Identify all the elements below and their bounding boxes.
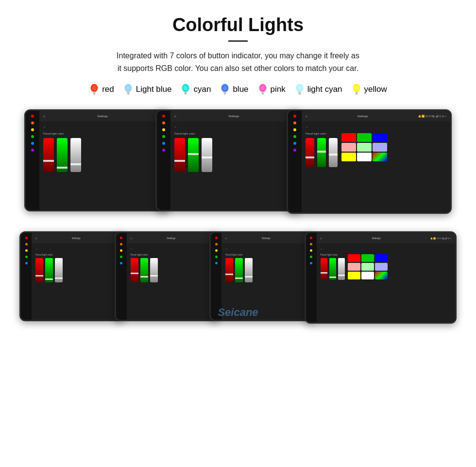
green-slider-4[interactable]: [45, 258, 53, 282]
sidebar-icon: [162, 135, 165, 138]
svg-rect-11: [185, 94, 187, 95]
color-item-red: red: [89, 83, 114, 96]
home-icon: ⌂: [174, 115, 176, 118]
color-label-pink: pink: [271, 85, 286, 94]
screen-topbar-7: ⌂ Settings 🔔 📶 20:24 📷 🔊 ⊡ ↩: [317, 233, 455, 243]
svg-point-21: [297, 86, 302, 90]
color-item-cyan: cyan: [180, 83, 211, 96]
red-slider-7[interactable]: [321, 258, 327, 280]
white-slider-4[interactable]: [55, 258, 63, 282]
screen-2: ⌂ Settings ✦ ✧ ← Panel light color: [155, 109, 301, 211]
p7-pink[interactable]: [348, 263, 360, 271]
red-slider-4[interactable]: [35, 258, 43, 282]
palette-pink[interactable]: [341, 143, 356, 152]
svg-rect-22: [298, 92, 301, 94]
sidebar-icon: [215, 256, 218, 258]
white-slider[interactable]: [70, 138, 81, 172]
sidebar-icon: [310, 237, 312, 239]
sidebar-icon: [162, 149, 165, 152]
color-label-lightcyan: light cyan: [307, 85, 342, 94]
sidebar-icon: [120, 243, 122, 245]
svg-rect-18: [261, 92, 264, 94]
p7-yellow[interactable]: [348, 272, 360, 279]
red-slider-2[interactable]: [174, 138, 185, 172]
sidebar-icon: [293, 142, 296, 145]
home-icon-5: ⌂: [131, 237, 132, 240]
palette-white[interactable]: [357, 153, 372, 161]
sliders-3: [306, 138, 338, 167]
back-arrow-2: ←: [174, 125, 177, 128]
palette-red[interactable]: [341, 133, 356, 142]
green-slider-3[interactable]: [317, 138, 326, 167]
white-slider-2[interactable]: [202, 138, 212, 172]
color-label-yellow: yellow: [364, 85, 387, 94]
sidebar-icon: [120, 249, 122, 252]
svg-rect-26: [355, 92, 358, 94]
screen-content-7: ⌂ Settings 🔔 📶 20:24 📷 🔊 ⊡ ↩ ← Panel lig…: [317, 233, 455, 322]
screens-row-1: ⌂ Settings ✦ ✧ ← Panel light color: [19, 109, 457, 214]
screen-7: ⌂ Settings 🔔 📶 20:24 📷 🔊 ⊡ ↩ ← Panel lig…: [305, 231, 457, 324]
sidebar-icon: [31, 142, 34, 145]
green-slider-6[interactable]: [235, 258, 243, 282]
p7-red[interactable]: [348, 254, 360, 262]
p7-lightgreen[interactable]: [361, 263, 374, 271]
screen-body-1: ← Panel light color: [39, 121, 169, 210]
palette-green[interactable]: [357, 133, 372, 142]
screen-topbar-3: ⌂ Settings 🔔 📶 20:24 📷 🔊 ⊡ ⊟ ↩: [302, 111, 450, 121]
sidebar-icon: [215, 243, 218, 245]
p7-green[interactable]: [361, 254, 374, 262]
color-label-lightblue: Light blue: [136, 85, 172, 94]
svg-point-25: [354, 86, 358, 90]
color-label-cyan: cyan: [193, 85, 211, 94]
back-arrow-6: ←: [225, 247, 228, 250]
screen-body-4: ← Panel light color: [32, 243, 123, 320]
cyan-bulb-icon: [180, 83, 191, 96]
red-slider-6[interactable]: [225, 258, 233, 282]
white-slider-3[interactable]: [329, 138, 338, 167]
white-slider-7[interactable]: [338, 258, 345, 280]
sliders-2: [174, 138, 212, 172]
palette-blue[interactable]: [373, 133, 387, 142]
screen-topbar-6: ⌂ Settings ✦ ✧: [221, 233, 313, 243]
screen-body-3: ← Panel light color: [302, 121, 450, 212]
white-slider-6[interactable]: [245, 258, 253, 282]
lightblue-bulb-icon: [123, 83, 134, 96]
title-divider: [228, 40, 248, 42]
red-slider[interactable]: [43, 138, 54, 172]
palette-lightblue[interactable]: [373, 143, 387, 152]
color-labels: red Light blue cyan: [19, 83, 457, 96]
color-palette-7: [348, 254, 388, 288]
back-arrow-5: ←: [131, 247, 133, 250]
palette-rainbow[interactable]: [373, 153, 387, 161]
p7-white[interactable]: [361, 272, 374, 279]
screen-topbar-2: ⌂ Settings ✦ ✧: [170, 111, 300, 121]
palette-lightgreen[interactable]: [357, 143, 372, 152]
p7-lavender[interactable]: [375, 263, 388, 271]
red-slider-5[interactable]: [131, 258, 138, 282]
screen-6: ⌂ Settings ✦ ✧ ← Panel light color: [209, 231, 314, 321]
svg-point-9: [184, 86, 188, 90]
sidebar-icon: [293, 128, 296, 131]
sliders-4: [35, 258, 63, 282]
p7-rainbow[interactable]: [375, 272, 388, 279]
palette-yellow[interactable]: [341, 153, 356, 161]
sliders-5: [131, 258, 158, 282]
yellow-bulb-icon: [351, 83, 362, 96]
sliders-6: [225, 258, 253, 282]
screen-sidebar-1: [26, 111, 39, 210]
settings-label-5: Settings: [136, 237, 206, 240]
sidebar-icon: [31, 121, 34, 124]
page-container: Colorful Lights Integrated with 7 colors…: [0, 0, 476, 353]
sidebar-icon: [162, 142, 165, 145]
home-icon: ⌂: [43, 115, 45, 118]
screen-sidebar-2: [157, 111, 170, 210]
green-slider-7[interactable]: [329, 258, 336, 280]
green-slider-2[interactable]: [188, 138, 199, 172]
red-slider-3[interactable]: [306, 138, 314, 167]
green-slider-5[interactable]: [140, 258, 148, 282]
panel-label-5: Panel light color: [131, 253, 158, 256]
green-slider[interactable]: [57, 138, 68, 172]
svg-rect-15: [224, 94, 226, 95]
white-slider-5[interactable]: [150, 258, 158, 282]
p7-blue[interactable]: [375, 254, 388, 262]
